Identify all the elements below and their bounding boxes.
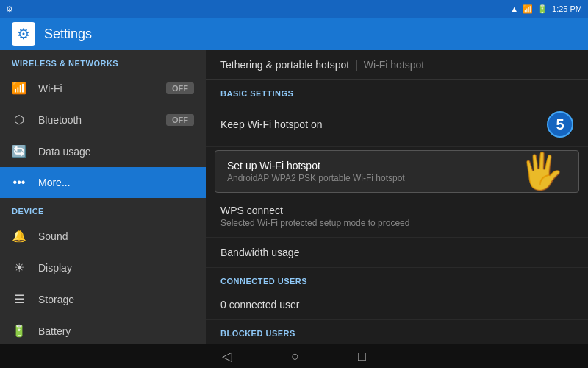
bandwidth-title: Bandwidth usage — [220, 247, 573, 258]
app-icon: ⚙ — [6, 4, 13, 14]
blocked-users-row: 0 blocked user — [206, 342, 588, 344]
bluetooth-icon: ⬡ — [12, 113, 26, 127]
content-header: Tethering & portable hotspot | Wi-Fi hot… — [206, 50, 588, 80]
sidebar-label-storage: Storage — [38, 294, 74, 305]
sidebar-label-battery: Battery — [38, 325, 71, 337]
breadcrumb-main: Tethering & portable hotspot — [220, 59, 349, 71]
wps-subtitle: Selected Wi-Fi protected setup mode to p… — [220, 218, 573, 228]
more-icon: ••• — [12, 176, 26, 189]
setup-wifi-subtitle: AndroidAP WPA2 PSK portable Wi-Fi hotspo… — [227, 173, 567, 183]
time-display: 1:25 PM — [552, 4, 582, 13]
section-device: DEVICE — [0, 198, 206, 220]
connected-users-count: 0 connected user — [220, 299, 299, 311]
setting-wps[interactable]: WPS connect Selected Wi-Fi protected set… — [206, 196, 588, 238]
wifi-toggle[interactable]: OFF — [166, 82, 194, 94]
sidebar-item-display[interactable]: ☀ Display — [0, 252, 206, 283]
recent-button[interactable]: □ — [358, 349, 366, 364]
blocked-users-label: BLOCKED USERS — [206, 320, 588, 342]
sidebar-label-display: Display — [38, 262, 72, 274]
setting-keep-wifi[interactable]: Keep Wi-Fi hotspot on 5 — [206, 102, 588, 147]
sidebar-item-bluetooth[interactable]: ⬡ Bluetooth OFF — [0, 104, 206, 135]
back-button[interactable]: ◁ — [222, 348, 232, 364]
keep-wifi-badge: 5 — [547, 111, 573, 138]
app-title: Settings — [44, 26, 92, 42]
bandwidth-text: Bandwidth usage — [220, 247, 573, 258]
status-left: ⚙ — [6, 4, 13, 14]
keep-wifi-number: 5 — [547, 111, 573, 138]
storage-icon: ☰ — [12, 292, 26, 306]
wifi-icon: 📶 — [523, 4, 533, 14]
sound-icon: 🔔 — [12, 229, 26, 243]
wifi-icon: 📶 — [12, 81, 26, 95]
content-area: Tethering & portable hotspot | Wi-Fi hot… — [206, 50, 588, 344]
basic-settings-label: BASIC SETTINGS — [206, 80, 588, 102]
sidebar-item-data-usage[interactable]: 🔄 Data usage — [0, 135, 206, 167]
keep-wifi-title: Keep Wi-Fi hotspot on — [220, 118, 547, 130]
sidebar-label-data-usage: Data usage — [38, 146, 91, 158]
sidebar-label-sound: Sound — [38, 230, 68, 242]
status-right: ▲ 📶 🔋 1:25 PM — [510, 4, 582, 14]
bluetooth-toggle[interactable]: OFF — [166, 114, 194, 126]
sidebar-item-more[interactable]: ••• More... — [0, 167, 206, 198]
wps-text: WPS connect Selected Wi-Fi protected set… — [220, 205, 573, 228]
setup-wifi-title: Set up Wi-Fi hotspot — [227, 160, 567, 171]
signal-icon: ▲ — [510, 4, 518, 13]
setup-wifi-text: Set up Wi-Fi hotspot AndroidAP WPA2 PSK … — [227, 160, 567, 183]
sidebar-item-sound[interactable]: 🔔 Sound — [0, 220, 206, 252]
main-layout: WIRELESS & NETWORKS 📶 Wi-Fi OFF ⬡ Blueto… — [0, 50, 588, 344]
settings-app-icon: ⚙ — [12, 22, 35, 46]
sidebar-label-wifi: Wi-Fi — [38, 82, 62, 94]
breadcrumb-sep: | — [355, 59, 358, 71]
data-usage-icon: 🔄 — [12, 144, 26, 158]
battery-icon: 🔋 — [537, 4, 548, 14]
setting-setup-wifi[interactable]: Set up Wi-Fi hotspot AndroidAP WPA2 PSK … — [215, 150, 579, 193]
sidebar-label-bluetooth: Bluetooth — [38, 114, 82, 126]
wps-title: WPS connect — [220, 205, 573, 216]
keep-wifi-text: Keep Wi-Fi hotspot on — [220, 118, 547, 130]
title-bar: ⚙ Settings — [0, 18, 588, 50]
battery-icon: 🔋 — [12, 324, 26, 338]
sidebar: WIRELESS & NETWORKS 📶 Wi-Fi OFF ⬡ Blueto… — [0, 50, 206, 344]
connected-users-row: 0 connected user — [206, 290, 588, 320]
sidebar-label-more: More... — [38, 177, 71, 188]
home-button[interactable]: ○ — [291, 349, 299, 364]
section-wireless: WIRELESS & NETWORKS — [0, 50, 206, 72]
sidebar-item-storage[interactable]: ☰ Storage — [0, 283, 206, 315]
connected-users-label: CONNECTED USERS — [206, 268, 588, 290]
status-bar: ⚙ ▲ 📶 🔋 1:25 PM — [0, 0, 588, 18]
setting-bandwidth[interactable]: Bandwidth usage — [206, 238, 588, 268]
sidebar-item-wifi[interactable]: 📶 Wi-Fi OFF — [0, 72, 206, 104]
bottom-nav: ◁ ○ □ — [0, 344, 588, 368]
display-icon: ☀ — [12, 261, 26, 275]
sidebar-item-battery[interactable]: 🔋 Battery — [0, 315, 206, 344]
breadcrumb-sub: Wi-Fi hotspot — [364, 59, 424, 71]
hand-cursor-icon: 🖐 — [520, 151, 564, 192]
